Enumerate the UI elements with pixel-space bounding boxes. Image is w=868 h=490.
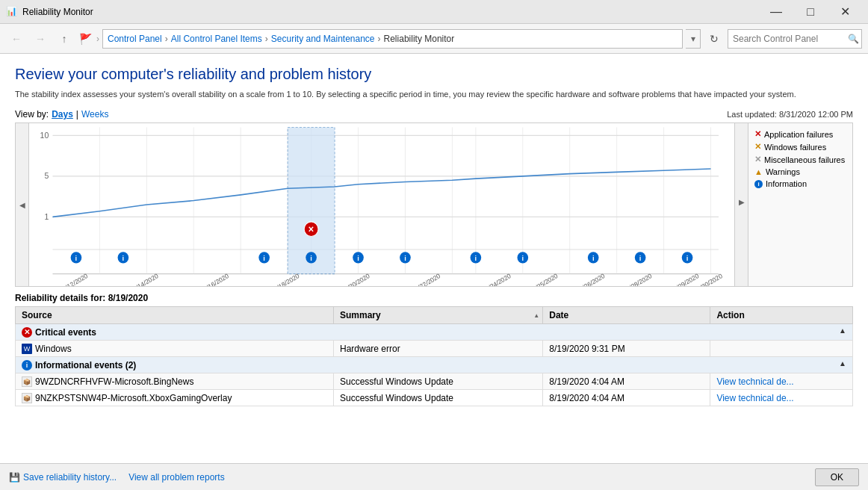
ok-button[interactable]: OK — [815, 468, 859, 486]
summary-cell: Successful Windows Update — [333, 373, 542, 390]
legend-warnings: ▲ Warnings — [754, 167, 846, 176]
col-summary[interactable]: Summary ▲ — [333, 307, 542, 324]
svg-text:i: i — [123, 254, 125, 262]
main-content: Review your computer's reliability and p… — [0, 54, 868, 463]
table-row: 📦 9NZKPSTSNW4P-Microsoft.XboxGamingOverl… — [16, 390, 853, 406]
app-icon: 📦 — [22, 393, 32, 403]
refresh-button[interactable]: ↻ — [704, 28, 725, 49]
search-bar: 🔍 — [728, 29, 862, 49]
breadcrumb-all-items[interactable]: All Control Panel Items — [171, 34, 262, 44]
legend-misc-failures: ✕ Miscellaneous failures — [754, 155, 846, 164]
breadcrumb-current: Reliability Monitor — [384, 34, 455, 44]
details-header: Reliability details for: 8/19/2020 — [15, 293, 853, 303]
legend-app-failures: ✕ Application failures — [754, 129, 846, 139]
date-cell: 8/19/2020 9:31 PM — [543, 341, 710, 357]
view-by-bar: View by: Days | Weeks Last updated: 8/31… — [15, 109, 853, 120]
breadcrumb-security[interactable]: Security and Maintenance — [271, 34, 375, 44]
critical-label: Critical events — [35, 327, 96, 338]
info-label: Informational events (2) — [35, 360, 136, 370]
view-by-weeks[interactable]: Weeks — [81, 109, 108, 120]
status-links: 💾 Save reliability history... View all p… — [9, 472, 225, 483]
view-reports-link[interactable]: View all problem reports — [128, 472, 225, 483]
view-by-days[interactable]: Days — [52, 109, 73, 120]
svg-text:i: i — [357, 254, 359, 262]
save-icon: 💾 — [9, 472, 20, 483]
col-source[interactable]: Source — [16, 307, 334, 324]
sort-arrow-summary: ▲ — [533, 312, 539, 319]
svg-text:i: i — [404, 254, 406, 262]
summary-cell: Hardware error — [333, 341, 542, 357]
maximize-button[interactable]: □ — [793, 0, 828, 24]
date-cell: 8/19/2020 4:04 AM — [543, 390, 710, 406]
svg-text:i: i — [639, 254, 642, 262]
chart-scroll-left[interactable]: ◀ — [16, 123, 29, 286]
svg-text:i: i — [310, 254, 312, 262]
svg-text:✕: ✕ — [308, 225, 314, 234]
svg-text:i: i — [475, 254, 477, 262]
svg-text:i: i — [592, 254, 595, 262]
table-row: 📦 9WZDNCRFHVFW-Microsoft.BingNews Succes… — [16, 373, 853, 390]
svg-text:1: 1 — [44, 212, 49, 221]
chart-svg: 10 5 1 — [29, 123, 734, 286]
chart-scroll-right[interactable]: ▶ — [734, 123, 748, 286]
legend-windows-failures: ✕ Windows failures — [754, 142, 846, 152]
svg-text:i: i — [263, 254, 265, 262]
view-by-label: View by: — [15, 109, 49, 120]
page-title: Review your computer's reliability and p… — [15, 66, 853, 83]
critical-collapse[interactable]: ▲ — [839, 326, 846, 335]
source-cell: 📦 9WZDNCRFHVFW-Microsoft.BingNews — [16, 373, 334, 390]
legend-information: i Information — [754, 179, 846, 188]
info-icon: i — [22, 360, 32, 370]
reliability-details: Reliability details for: 8/19/2020 Sourc… — [15, 293, 853, 463]
view-technical-link-1[interactable]: View technical de... — [716, 376, 793, 387]
breadcrumb-control-panel[interactable]: Control Panel — [108, 34, 162, 44]
info-collapse[interactable]: ▲ — [839, 359, 846, 368]
back-button[interactable]: ← — [6, 28, 27, 49]
svg-text:i: i — [75, 254, 78, 262]
details-table: Source Summary ▲ Date Action — [15, 306, 853, 406]
col-action[interactable]: Action — [710, 307, 853, 324]
summary-cell: Successful Windows Update — [333, 390, 542, 406]
forward-button[interactable]: → — [30, 28, 51, 49]
save-history-link[interactable]: 💾 Save reliability history... — [9, 472, 117, 483]
col-date[interactable]: Date — [543, 307, 710, 324]
address-dropdown[interactable]: ▾ — [686, 29, 701, 49]
critical-icon: ✕ — [22, 327, 32, 338]
source-cell: W Windows — [16, 341, 334, 357]
source-cell: 📦 9NZKPSTSNW4P-Microsoft.XboxGamingOverl… — [16, 390, 334, 406]
window-icon: 📊 — [6, 6, 18, 18]
svg-text:10: 10 — [40, 131, 49, 140]
app-icon: 📦 — [22, 376, 32, 387]
minimize-button[interactable]: — — [759, 0, 793, 24]
up-button[interactable]: ↑ — [54, 28, 75, 49]
date-cell: 8/19/2020 4:04 AM — [543, 373, 710, 390]
view-technical-link-2[interactable]: View technical de... — [716, 393, 793, 403]
close-button[interactable]: ✕ — [828, 0, 862, 24]
svg-text:i: i — [521, 254, 524, 262]
chart-legend: ✕ Application failures ✕ Windows failure… — [748, 123, 852, 286]
table-row: W Windows Hardware error 8/19/2020 9:31 … — [16, 341, 853, 357]
last-updated: Last updated: 8/31/2020 12:00 PM — [727, 110, 853, 119]
action-cell[interactable]: View technical de... — [710, 373, 853, 390]
title-bar: 📊 Reliability Monitor — □ ✕ — [0, 0, 868, 24]
action-cell — [710, 341, 853, 357]
section-informational[interactable]: i Informational events (2) ▲ — [16, 357, 853, 373]
breadcrumb: Control Panel › All Control Panel Items … — [102, 29, 683, 49]
windows-icon: W — [22, 344, 32, 354]
reliability-chart[interactable]: ◀ 10 5 1 — [15, 122, 853, 287]
action-cell[interactable]: View technical de... — [710, 390, 853, 406]
search-input[interactable] — [733, 34, 845, 44]
table-header-row: Source Summary ▲ Date Action — [16, 307, 853, 324]
address-bar: ← → ↑ 🚩 › Control Panel › All Control Pa… — [0, 24, 868, 54]
chart-main-area: 10 5 1 — [29, 123, 734, 286]
page-description: The stability index assesses your system… — [15, 89, 853, 100]
svg-text:i: i — [686, 254, 689, 262]
svg-text:5: 5 — [44, 171, 49, 180]
status-bar: 💾 Save reliability history... View all p… — [0, 463, 868, 490]
section-critical[interactable]: ✕ Critical events ▲ — [16, 324, 853, 341]
search-icon: 🔍 — [848, 34, 859, 44]
window-title: Reliability Monitor — [22, 7, 759, 17]
window-controls: — □ ✕ — [759, 0, 862, 24]
